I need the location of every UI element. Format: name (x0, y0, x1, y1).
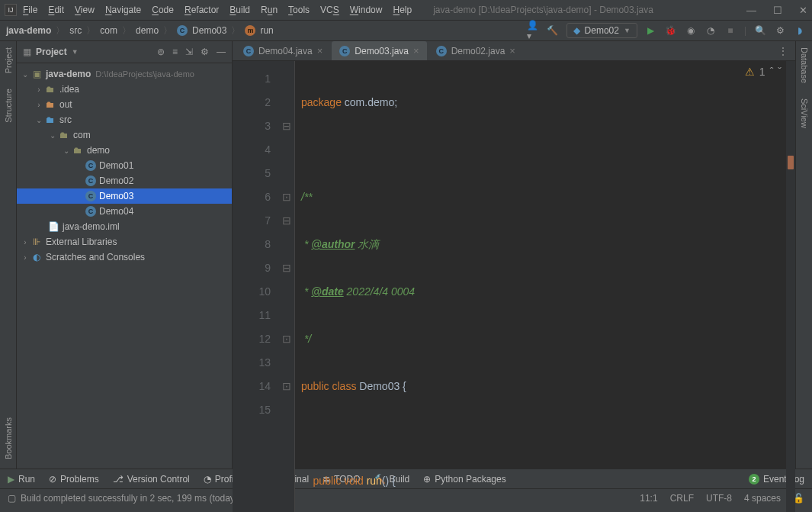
package-icon: 🖿 (58, 130, 70, 140)
status-message: Build completed successfully in 2 sec, 1… (21, 493, 263, 504)
menu-window[interactable]: Window (350, 5, 383, 15)
add-user-icon[interactable]: 👤▾ (527, 24, 539, 37)
fold-gutter[interactable]: ⊟ ⊡⊟ ⊟ ⊡ ⊡ (278, 61, 295, 512)
menu-refactor[interactable]: Refactor (185, 5, 219, 15)
close-tab-icon[interactable]: × (317, 45, 323, 56)
tab-demo04[interactable]: C Demo04.java × (236, 41, 330, 60)
select-opened-file-icon[interactable]: ⊚ (157, 47, 165, 57)
code-content[interactable]: package com.demo; /** * @author 水滴 * @da… (295, 61, 795, 512)
tree-iml[interactable]: 📄 java-demo.iml (17, 219, 232, 234)
chevron-right-icon[interactable]: › (20, 253, 30, 262)
tree-idea[interactable]: › 🖿 .idea (17, 82, 232, 97)
chevron-down-icon[interactable]: ⌄ (61, 147, 72, 155)
vcs-tool[interactable]: ⎇Version Control (113, 474, 190, 485)
file-icon: 📄 (47, 221, 59, 232)
crumb-demo[interactable]: demo (136, 25, 159, 36)
tab-demo03[interactable]: C Demo03.java × (332, 41, 426, 60)
tree-root[interactable]: ⌄ ▣ java-demo D:\IdeaProjects\java-demo (17, 66, 232, 82)
run-button[interactable]: ▶ (645, 24, 657, 37)
tree-out[interactable]: › 🖿 out (17, 97, 232, 112)
project-tree[interactable]: ⌄ ▣ java-demo D:\IdeaProjects\java-demo … (17, 63, 232, 469)
chevron-down-icon[interactable]: ⌄ (20, 70, 30, 79)
project-tool-tab[interactable]: Project (4, 47, 13, 73)
tab-demo02[interactable]: C Demo02.java × (428, 41, 523, 60)
error-marker[interactable] (788, 156, 794, 169)
application-icon: ◆ (573, 25, 580, 36)
crumb-com[interactable]: com (100, 25, 117, 36)
settings-icon[interactable]: ⚙ (201, 47, 209, 57)
sciview-tool-tab[interactable]: SciView (800, 98, 809, 128)
problems-tool[interactable]: ⊘Problems (49, 474, 99, 485)
chevron-down-icon[interactable]: ⌄ (34, 116, 44, 124)
status-icon[interactable]: ▢ (8, 493, 16, 504)
code-editor[interactable]: 1 2 3 4 5 6 7 8 9 10 11 12 13 14 15 ⊟ ⊡⊟… (233, 61, 795, 512)
chevron-right-icon[interactable]: › (34, 85, 44, 94)
close-button[interactable]: ✕ (799, 5, 807, 16)
chevron-right-icon[interactable]: › (34, 101, 44, 109)
source-folder-icon: 🖿 (44, 114, 56, 125)
menu-code[interactable]: Code (152, 5, 174, 15)
settings-icon[interactable]: ⚙ (774, 24, 786, 37)
tree-src[interactable]: ⌄ 🖿 src (17, 112, 232, 127)
crumb-method[interactable]: run (260, 25, 273, 36)
chevron-down-icon[interactable]: ˇ (778, 66, 782, 78)
chevron-right-icon: 〉 (163, 24, 172, 37)
menu-build[interactable]: Build (229, 5, 250, 15)
menu-view[interactable]: View (75, 5, 95, 15)
menu-edit[interactable]: Edit (48, 5, 64, 15)
menu-tools[interactable]: Tools (288, 5, 310, 15)
close-tab-icon[interactable]: × (509, 45, 515, 56)
minimize-button[interactable]: — (746, 5, 756, 16)
chevron-right-icon: 〉 (86, 24, 95, 37)
chevron-down-icon[interactable]: ⌄ (47, 131, 58, 140)
close-tab-icon[interactable]: × (413, 45, 419, 56)
class-icon: C (85, 160, 96, 171)
menu-vcs[interactable]: VCS (320, 5, 339, 15)
vcs-icon: ⎇ (113, 474, 124, 485)
learn-icon[interactable]: ◗ (794, 24, 806, 37)
bookmarks-tool-tab[interactable]: Bookmarks (4, 417, 13, 459)
menu-file[interactable]: File (23, 5, 37, 15)
build-icon[interactable]: 🔨 (547, 24, 559, 37)
problems-icon: ⊘ (49, 474, 56, 485)
tree-external-libs[interactable]: › ⊪ External Libraries (17, 234, 232, 250)
run-tool[interactable]: ▶Run (8, 474, 35, 485)
method-icon: m (245, 25, 255, 36)
editor-scrollbar[interactable] (786, 61, 795, 512)
chevron-right-icon[interactable]: › (20, 238, 30, 246)
run-config-selector[interactable]: ◆ Demo02 ▼ (566, 23, 637, 38)
tree-demo02[interactable]: C Demo02 (17, 173, 232, 188)
hide-panel-icon[interactable]: — (217, 47, 226, 57)
menu-help[interactable]: Help (393, 5, 412, 15)
crumb-root[interactable]: java-demo (6, 25, 51, 36)
profile-button[interactable]: ◔ (704, 24, 717, 37)
chevron-up-icon[interactable]: ˆ (770, 66, 774, 78)
breadcrumb[interactable]: java-demo 〉 src 〉 com 〉 demo 〉 C Demo03 … (6, 24, 274, 37)
class-icon: C (243, 46, 254, 56)
debug-button[interactable]: 🐞 (665, 24, 677, 37)
crumb-src[interactable]: src (69, 25, 82, 36)
inspection-indicators[interactable]: ⚠ 1 ˆ ˇ (745, 66, 782, 78)
expand-all-icon[interactable]: ≡ (172, 47, 178, 57)
tree-demo[interactable]: ⌄ 🖿 demo (17, 143, 232, 158)
collapse-all-icon[interactable]: ⇲ (185, 47, 193, 57)
tree-scratches[interactable]: › ◐ Scratches and Consoles (17, 250, 232, 265)
tree-demo03[interactable]: C Demo03 (17, 188, 232, 204)
menu-run[interactable]: Run (261, 5, 278, 15)
line-gutter[interactable]: 1 2 3 4 5 6 7 8 9 10 11 12 13 14 15 (233, 61, 278, 512)
tree-demo01[interactable]: C Demo01 (17, 158, 232, 173)
coverage-button[interactable]: ◉ (685, 24, 697, 37)
maximize-button[interactable]: ☐ (773, 5, 782, 16)
tree-com[interactable]: ⌄ 🖿 com (17, 127, 232, 143)
database-tool-tab[interactable]: Database (800, 47, 809, 83)
structure-tool-tab[interactable]: Structure (4, 89, 13, 123)
search-everywhere-icon[interactable]: 🔍 (754, 24, 766, 37)
crumb-class[interactable]: Demo03 (192, 25, 226, 36)
more-tabs-icon[interactable]: ⋮ (774, 46, 792, 56)
chevron-down-icon[interactable]: ▼ (72, 48, 79, 56)
menu-navigate[interactable]: Navigate (105, 5, 141, 15)
stop-button[interactable]: ■ (724, 24, 737, 37)
project-tool-icon: ▦ (23, 47, 31, 57)
tree-demo04[interactable]: C Demo04 (17, 204, 232, 219)
warning-icon: ⚠ (745, 66, 755, 78)
